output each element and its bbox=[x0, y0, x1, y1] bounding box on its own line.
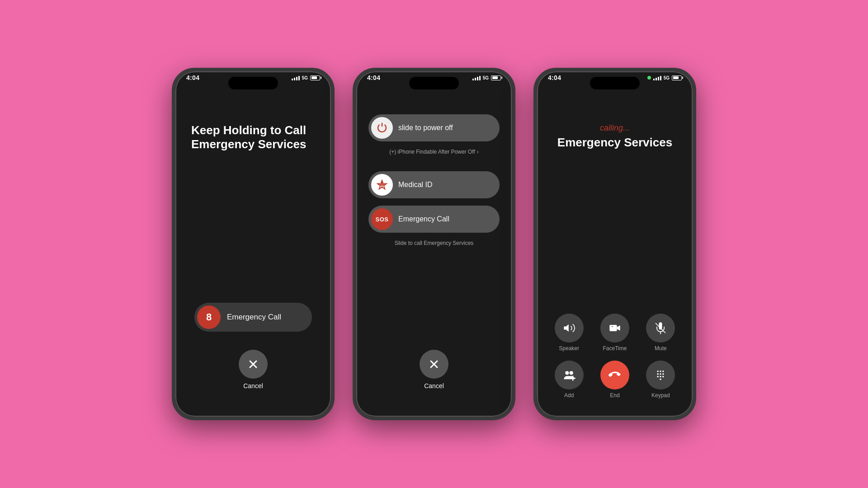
power-off-slider[interactable]: slide to power off bbox=[368, 114, 500, 141]
add-control[interactable]: Add bbox=[555, 361, 584, 399]
end-label: End bbox=[610, 392, 619, 399]
svg-point-20 bbox=[660, 373, 662, 375]
x-icon-2 bbox=[428, 358, 440, 371]
signal-bar bbox=[479, 76, 481, 80]
svg-point-19 bbox=[657, 373, 659, 375]
end-call-icon bbox=[609, 369, 621, 381]
svg-point-12 bbox=[565, 371, 569, 375]
findable-row: (+) iPhone Findable After Power Off › bbox=[389, 149, 479, 155]
svg-point-16 bbox=[657, 371, 659, 372]
add-icon bbox=[563, 369, 576, 381]
signal-bar bbox=[292, 79, 293, 80]
svg-point-24 bbox=[662, 376, 664, 378]
mute-label: Mute bbox=[655, 345, 667, 352]
phone2-content: slide to power off (+) iPhone Findable A… bbox=[356, 89, 512, 417]
x-icon-1 bbox=[247, 358, 259, 371]
phone-1: 4:04 5G Keep Holding to Call Emergency S… bbox=[172, 68, 335, 420]
svg-marker-6 bbox=[564, 324, 569, 332]
facetime-icon bbox=[609, 322, 621, 334]
cancel-button-1[interactable] bbox=[239, 350, 268, 379]
svg-marker-8 bbox=[617, 325, 620, 331]
status-icons-1: 5G bbox=[292, 75, 320, 80]
end-control[interactable]: End bbox=[600, 361, 629, 399]
mute-control[interactable]: Mute bbox=[646, 314, 675, 352]
signal-bar bbox=[656, 78, 657, 80]
battery-icon-1 bbox=[310, 75, 320, 80]
facetime-label: FaceTime bbox=[603, 345, 627, 352]
active-call-dot bbox=[647, 76, 651, 80]
add-label: Add bbox=[564, 392, 574, 399]
signal-bar bbox=[653, 79, 655, 80]
svg-point-13 bbox=[569, 371, 573, 375]
sos-label: Emergency Call bbox=[398, 215, 449, 223]
keypad-button[interactable] bbox=[646, 361, 675, 389]
svg-rect-7 bbox=[609, 325, 617, 331]
signal-bar bbox=[296, 77, 297, 80]
medical-id-button[interactable]: Medical ID bbox=[368, 171, 500, 198]
signal-bars-2 bbox=[472, 75, 481, 80]
battery-fill-2 bbox=[492, 76, 498, 79]
cancel-label-2: Cancel bbox=[424, 382, 444, 389]
speaker-control[interactable]: Speaker bbox=[555, 314, 584, 352]
mute-button[interactable] bbox=[646, 314, 675, 343]
cancel-button-2[interactable] bbox=[420, 350, 448, 379]
keypad-control[interactable]: Keypad bbox=[646, 361, 675, 399]
sos-emergency-button[interactable]: SOS Emergency Call bbox=[368, 206, 500, 233]
status-icons-2: 5G bbox=[472, 75, 501, 80]
dynamic-island-2 bbox=[409, 77, 459, 89]
phone1-content: Keep Holding to Call Emergency Services … bbox=[175, 89, 331, 417]
calling-label: calling... bbox=[600, 123, 630, 133]
signal-bar bbox=[472, 79, 474, 80]
keypad-label: Keypad bbox=[651, 392, 670, 399]
status-time-1: 4:04 bbox=[186, 74, 199, 81]
signal-bars-1 bbox=[292, 75, 300, 80]
side-indicator-left bbox=[172, 144, 174, 171]
svg-point-21 bbox=[662, 373, 664, 375]
emergency-services-title: Emergency Services bbox=[557, 136, 672, 150]
emergency-label-1: Emergency Call bbox=[227, 313, 281, 322]
battery-fill-1 bbox=[311, 76, 317, 79]
svg-point-25 bbox=[660, 379, 662, 380]
fiveg-2: 5G bbox=[483, 75, 489, 80]
keypad-icon bbox=[654, 369, 667, 381]
controls-row-2: Add End bbox=[546, 361, 684, 399]
hold-title: Keep Holding to Call Emergency Services bbox=[189, 123, 317, 151]
signal-bars-3 bbox=[653, 75, 661, 80]
end-button[interactable] bbox=[600, 361, 629, 389]
fiveg-1: 5G bbox=[302, 75, 308, 80]
signal-bar bbox=[298, 76, 300, 80]
cancel-area-1: Cancel bbox=[239, 350, 268, 389]
medical-star-icon bbox=[377, 179, 387, 190]
signal-bar bbox=[294, 78, 295, 80]
call-controls: Speaker FaceTime bbox=[546, 314, 684, 408]
power-icon bbox=[377, 122, 387, 133]
sos-badge: SOS bbox=[371, 208, 393, 230]
svg-point-18 bbox=[662, 371, 664, 372]
dynamic-island-1 bbox=[228, 77, 278, 89]
add-button[interactable] bbox=[555, 361, 584, 389]
battery-icon-2 bbox=[491, 75, 501, 80]
controls-row-1: Speaker FaceTime bbox=[546, 314, 684, 352]
mute-icon bbox=[654, 322, 667, 334]
power-icon-circle bbox=[371, 117, 393, 139]
status-time-2: 4:04 bbox=[367, 74, 380, 81]
battery-icon-3 bbox=[672, 75, 682, 80]
facetime-control[interactable]: FaceTime bbox=[600, 314, 629, 352]
svg-point-17 bbox=[660, 371, 662, 372]
phone-3: 4:04 5G calling... Emergency Services bbox=[533, 68, 696, 420]
fiveg-3: 5G bbox=[664, 75, 670, 80]
signal-bar bbox=[477, 77, 478, 80]
dynamic-island-3 bbox=[590, 77, 640, 89]
phone3-content: calling... Emergency Services Speaker bbox=[537, 89, 693, 417]
slide-hint: Slide to call Emergency Services bbox=[395, 240, 474, 246]
emergency-call-button-1[interactable]: 8 Emergency Call bbox=[194, 303, 312, 332]
speaker-label: Speaker bbox=[559, 345, 579, 352]
svg-point-23 bbox=[660, 376, 662, 378]
speaker-button[interactable] bbox=[555, 314, 584, 343]
cancel-area-2: Cancel bbox=[420, 350, 448, 389]
signal-bar bbox=[660, 76, 661, 80]
power-slider-label: slide to power off bbox=[398, 124, 453, 132]
facetime-button[interactable] bbox=[600, 314, 629, 343]
signal-bar bbox=[658, 77, 659, 80]
phone-2: 4:04 5G slide to power off bbox=[353, 68, 515, 420]
